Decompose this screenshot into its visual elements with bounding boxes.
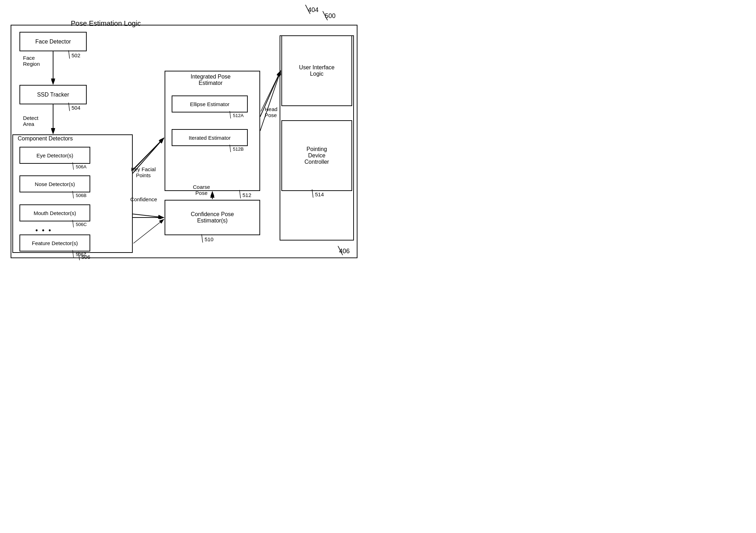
label-detect-area: DetectArea [23, 115, 38, 127]
nose-detector-label: Nose Detector(s) [35, 181, 75, 187]
mouth-detector-box: Mouth Detector(s) [19, 204, 90, 221]
ref-506a: 506A [76, 164, 86, 169]
ui-logic-box: User InterfaceLogic [281, 35, 352, 106]
ref-512a: 512A [233, 113, 244, 118]
label-head-pose: HeadPose [265, 106, 277, 118]
pointing-device-label: PointingDeviceController [304, 146, 329, 165]
ref-510: 510 [205, 236, 213, 242]
confidence-pose-label: Confidence PoseEstimator(s) [191, 211, 234, 224]
ref-514: 514 [315, 191, 324, 197]
feature-detector-label: Feature Detector(s) [32, 240, 78, 246]
ellipsis: • • • [35, 226, 52, 234]
component-detectors-label: Component Detectors [18, 135, 73, 142]
ref-506b: 506B [76, 193, 86, 198]
ref-406-slash: ╲ [338, 246, 343, 255]
ref-512: 512 [242, 192, 251, 198]
ssd-tracker-label: SSD Tracker [37, 92, 69, 98]
mouth-detector-label: Mouth Detector(s) [34, 210, 76, 216]
label-key-facial: Key FacialPoints [131, 166, 156, 178]
iterated-estimator-label: Iterated Estimator [189, 135, 230, 141]
nose-detector-box: Nose Detector(s) [19, 175, 90, 192]
confidence-pose-box: Confidence PoseEstimator(s) [165, 200, 260, 235]
ssd-tracker-box: SSD Tracker [19, 85, 87, 104]
ref-500-slash: ╲ [323, 11, 327, 21]
ref-506c: 506C [76, 222, 87, 227]
pointing-device-box: PointingDeviceController [281, 120, 352, 191]
ref-404-slash: ╲ [305, 5, 310, 14]
eye-detector-box: Eye Detector(s) [19, 147, 90, 164]
label-face-region: FaceRegion [23, 55, 40, 67]
feature-detector-box: Feature Detector(s) [19, 234, 90, 251]
label-coarse-pose: CoarsePose [193, 184, 210, 196]
ref-502: 502 [71, 52, 80, 58]
ref-512b: 512B [233, 146, 244, 152]
label-confidence: Confidence [130, 196, 157, 202]
eye-detector-label: Eye Detector(s) [36, 152, 73, 158]
ellipse-estimator-box: Ellipse Estimator [172, 95, 248, 112]
ref-506z: 506Z [76, 252, 86, 257]
ellipse-estimator-label: Ellipse Estimator [190, 101, 230, 107]
ui-logic-label: User InterfaceLogic [299, 64, 334, 77]
ref-504: 504 [71, 105, 80, 111]
integrated-pose-label: Integrated PoseEstimator [170, 74, 251, 86]
iterated-estimator-box: Iterated Estimator [172, 129, 248, 146]
diagram-container: 404 ╲ 500 ╲ Pose Estimation Logic 406 ╲ … [0, 0, 378, 267]
face-detector-box: Face Detector [19, 32, 87, 51]
face-detector-label: Face Detector [35, 39, 71, 45]
